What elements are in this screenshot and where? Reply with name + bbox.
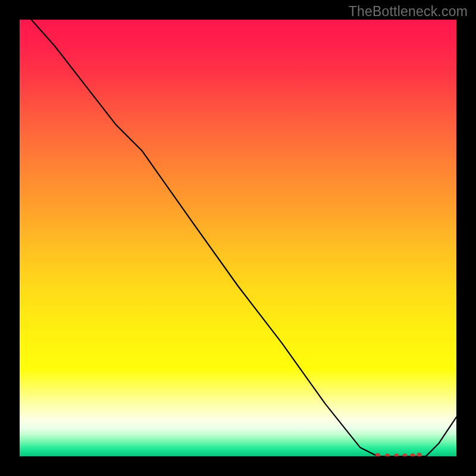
bottleneck-chart: TheBottleneck.com <box>0 0 476 476</box>
marker-dot <box>375 453 380 456</box>
bottleneck-curve <box>20 20 456 456</box>
marker-dot <box>385 453 390 456</box>
marker-dot <box>417 453 422 456</box>
marker-dot <box>411 453 415 456</box>
curve-svg <box>20 20 456 456</box>
marker-dot <box>394 453 399 456</box>
marker-dot <box>402 453 407 456</box>
watermark-text: TheBottleneck.com <box>349 4 468 20</box>
plot-area <box>20 20 456 456</box>
